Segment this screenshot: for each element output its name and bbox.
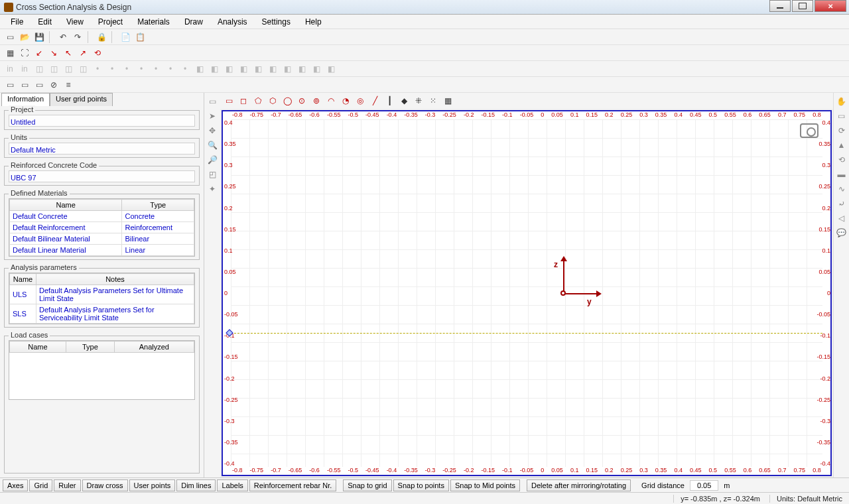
axis-3d-icon[interactable]: ↗ xyxy=(77,47,89,59)
report-print-icon[interactable]: ▭ xyxy=(33,79,45,91)
table-row[interactable]: SLSDefault Analysis Parameters Set for S… xyxy=(10,304,194,324)
section-icon[interactable]: ┃ xyxy=(383,95,395,107)
window-minimize[interactable] xyxy=(769,0,791,12)
toggle-user-points[interactable]: User points xyxy=(129,479,176,491)
tool-icon[interactable]: ◁ xyxy=(836,212,848,224)
lock-icon[interactable]: 🔒 xyxy=(96,31,107,43)
point-icon[interactable]: ◆ xyxy=(398,95,410,107)
zoom-extents-icon[interactable]: ✦ xyxy=(206,183,218,195)
panel-rc-code: Reinforced Concrete Code UBC 97 xyxy=(4,166,200,186)
tab-information[interactable]: Information xyxy=(1,93,50,106)
toggle-axes[interactable]: Axes xyxy=(3,479,28,491)
save-icon[interactable]: 💾 xyxy=(33,31,45,43)
menu-edit[interactable]: Edit xyxy=(31,16,58,28)
arc-icon[interactable]: ⤾ xyxy=(836,198,848,210)
circle-icon[interactable]: ◯ xyxy=(281,95,293,107)
report-export-icon[interactable]: ▭ xyxy=(19,79,31,91)
toggle-draw-cross[interactable]: Draw cross xyxy=(82,479,128,491)
grid-icon[interactable]: ▦ xyxy=(4,47,16,59)
col-type[interactable]: Type xyxy=(66,342,114,353)
toggle-delete-after-mirror[interactable]: Delete after mirroring/rotating xyxy=(527,479,631,491)
redo-icon[interactable]: ↷ xyxy=(72,31,84,43)
drawing-canvas[interactable]: -0.8-0.75-0.7-0.65-0.6-0.55-0.5-0.45-0.4… xyxy=(222,110,832,476)
circle-center-icon[interactable]: ⊙ xyxy=(296,95,308,107)
toggle-ruler[interactable]: Ruler xyxy=(54,479,80,491)
toggle-snap-points[interactable]: Snap to points xyxy=(393,479,449,491)
poly-icon[interactable]: ⬠ xyxy=(252,95,264,107)
curve-icon[interactable]: ∿ xyxy=(836,183,848,195)
menu-view[interactable]: View xyxy=(60,16,90,28)
report-icon[interactable]: ▭ xyxy=(4,79,16,91)
menu-materials[interactable]: Materials xyxy=(131,16,176,28)
table-row[interactable]: Default Bilinear MaterialBilinear xyxy=(10,233,194,245)
toggle-labels[interactable]: Labels xyxy=(217,479,247,491)
undo-icon[interactable]: ↶ xyxy=(57,31,69,43)
menu-analysis[interactable]: Analysis xyxy=(211,16,254,28)
window-close[interactable] xyxy=(815,0,846,12)
tool-icon[interactable]: ▭ xyxy=(836,110,848,122)
col-type[interactable]: Type xyxy=(122,200,194,211)
circle-3pt-icon[interactable]: ⊚ xyxy=(310,95,322,107)
grid-distance-value[interactable]: 0.05 xyxy=(690,480,718,491)
mirror-icon[interactable]: ▲ xyxy=(836,139,848,151)
comment-icon[interactable]: 💬 xyxy=(836,227,848,239)
zoom-in-icon[interactable]: 🔍 xyxy=(206,139,218,151)
table-row[interactable]: Default ReinforcementReinforcement xyxy=(10,222,194,233)
menu-help[interactable]: Help xyxy=(298,16,328,28)
axis-xy-icon[interactable]: ↙ xyxy=(33,47,45,59)
col-name[interactable]: Name xyxy=(10,200,122,211)
line-icon[interactable]: ╱ xyxy=(369,95,381,107)
rect-icon[interactable]: ▭ xyxy=(223,95,235,107)
extents-icon[interactable]: ⛶ xyxy=(19,47,31,59)
toggle-snap-mid[interactable]: Snap to Mid points xyxy=(450,479,520,491)
toggle-rebar-nr[interactable]: Reinforcement rebar Nr. xyxy=(249,479,336,491)
toggle-dim-lines[interactable]: Dim lines xyxy=(176,479,216,491)
hand-icon[interactable]: ✋ xyxy=(836,95,848,107)
camera-icon[interactable] xyxy=(800,123,818,138)
tool-icon[interactable]: ▬ xyxy=(836,168,848,180)
grid-icon[interactable]: ▦ xyxy=(442,95,454,107)
col-notes[interactable]: Notes xyxy=(36,274,194,285)
menu-file[interactable]: File xyxy=(4,16,30,28)
move-icon[interactable]: ✥ xyxy=(206,125,218,137)
new-icon[interactable]: ▭ xyxy=(4,31,16,43)
grid-distance-label: Grid distance xyxy=(637,480,688,491)
toggle-snap-grid[interactable]: Snap to grid xyxy=(343,479,391,491)
axis-yz-icon[interactable]: ↖ xyxy=(62,47,74,59)
select-icon[interactable]: ▭ xyxy=(206,95,218,107)
ruler-top: -0.8-0.75-0.7-0.65-0.6-0.55-0.5-0.45-0.4… xyxy=(231,111,822,119)
table-row[interactable]: Default Linear MaterialLinear xyxy=(10,245,194,256)
donut-icon[interactable]: ◎ xyxy=(354,95,366,107)
points-icon[interactable]: ⁜ xyxy=(413,95,424,107)
zoom-out-icon[interactable]: 🔎 xyxy=(206,154,218,166)
tool-icon: in xyxy=(4,63,16,75)
refresh-icon[interactable]: ⟳ xyxy=(836,125,848,137)
pointer-icon[interactable]: ➤ xyxy=(206,110,218,122)
list-icon[interactable]: ≡ xyxy=(62,79,74,91)
paste-icon[interactable]: 📋 xyxy=(134,31,146,43)
toggle-grid[interactable]: Grid xyxy=(29,479,52,491)
arc-icon[interactable]: ◠ xyxy=(325,95,337,107)
col-analyzed[interactable]: Analyzed xyxy=(114,342,194,353)
menu-project[interactable]: Project xyxy=(92,16,129,28)
pie-icon[interactable]: ◔ xyxy=(340,95,352,107)
menu-settings[interactable]: Settings xyxy=(255,16,297,28)
table-row[interactable]: Default ConcreteConcrete xyxy=(10,211,194,222)
open-icon[interactable]: 📂 xyxy=(19,31,31,43)
menu-draw[interactable]: Draw xyxy=(178,16,210,28)
col-name[interactable]: Name xyxy=(10,274,36,285)
col-name[interactable]: Name xyxy=(10,342,66,353)
array-icon[interactable]: ⁙ xyxy=(427,95,439,107)
tab-user-grid-points[interactable]: User grid points xyxy=(50,93,113,106)
axis-reset-icon[interactable]: ⟲ xyxy=(92,47,103,59)
zoom-window-icon[interactable]: ◰ xyxy=(206,168,218,180)
axis-xz-icon[interactable]: ↘ xyxy=(48,47,60,59)
tool-icon: ◫ xyxy=(48,63,60,75)
table-row[interactable]: ULSDefault Analysis Parameters Set for U… xyxy=(10,285,194,304)
square-icon[interactable]: ◻ xyxy=(237,95,249,107)
clear-icon[interactable]: ⊘ xyxy=(48,79,60,91)
rotate-icon[interactable]: ⟲ xyxy=(836,154,848,166)
window-maximize[interactable] xyxy=(792,0,813,12)
poly2-icon[interactable]: ⬡ xyxy=(267,95,279,107)
copy-icon[interactable]: 📄 xyxy=(119,31,131,43)
